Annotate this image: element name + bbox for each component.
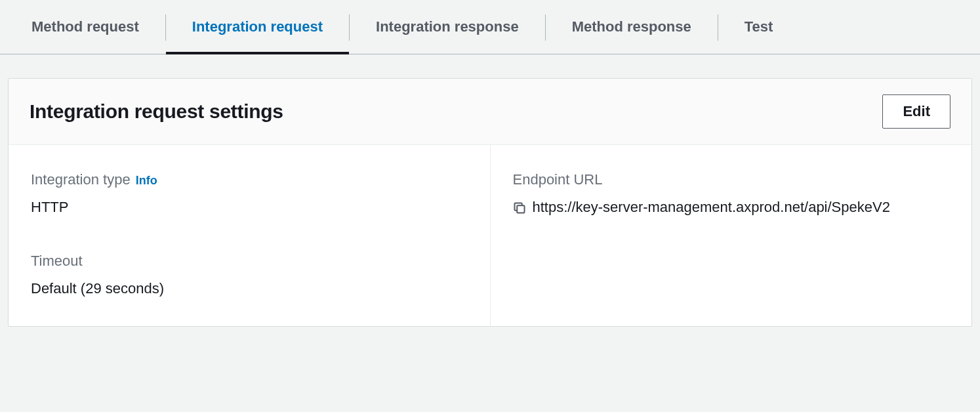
field-value-endpoint-url: https://key-server-management.axprod.net… (513, 196, 951, 221)
field-label-text: Endpoint URL (513, 171, 603, 188)
panel-body: Integration type Info HTTP Timeout Defau… (9, 145, 971, 326)
tab-integration-request[interactable]: Integration request (166, 5, 349, 54)
endpoint-url-text: https://key-server-management.axprod.net… (533, 196, 890, 218)
info-link[interactable]: Info (136, 174, 157, 188)
content-area: Integration request settings Edit Integr… (0, 54, 980, 327)
panel-left-column: Integration type Info HTTP Timeout Defau… (9, 145, 491, 326)
field-value-integration-type: HTTP (31, 196, 469, 218)
field-label-endpoint-url: Endpoint URL (513, 171, 951, 188)
edit-button[interactable]: Edit (882, 94, 950, 129)
panel-title: Integration request settings (30, 100, 283, 123)
field-endpoint-url: Endpoint URL https://key-server-manageme… (513, 171, 951, 221)
tab-test[interactable]: Test (718, 5, 800, 54)
tab-integration-response[interactable]: Integration response (350, 5, 545, 54)
field-label-timeout: Timeout (31, 253, 469, 270)
integration-request-settings-panel: Integration request settings Edit Integr… (8, 78, 972, 327)
field-value-timeout: Default (29 seconds) (31, 278, 469, 300)
field-label-integration-type: Integration type Info (31, 171, 469, 188)
panel-header: Integration request settings Edit (9, 79, 971, 145)
field-timeout: Timeout Default (29 seconds) (31, 253, 469, 300)
tabs-nav: Method request Integration request Integ… (0, 0, 980, 54)
copy-icon[interactable] (513, 199, 526, 221)
field-label-text: Timeout (31, 253, 83, 270)
tab-method-request[interactable]: Method request (5, 5, 165, 54)
svg-rect-0 (517, 205, 524, 213)
panel-right-column: Endpoint URL https://key-server-manageme… (491, 145, 972, 326)
field-integration-type: Integration type Info HTTP (31, 171, 469, 218)
tab-method-response[interactable]: Method response (546, 5, 718, 54)
field-label-text: Integration type (31, 171, 131, 188)
